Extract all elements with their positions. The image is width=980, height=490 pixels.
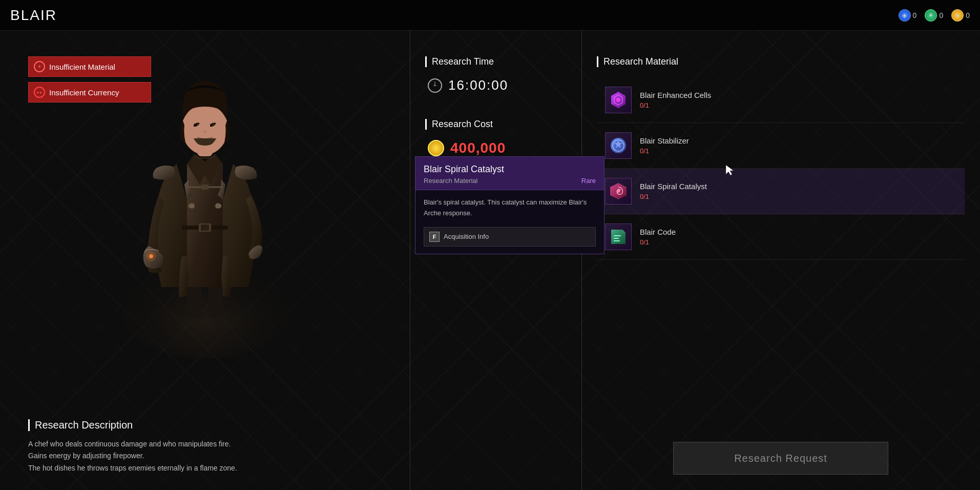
research-cost-label: Research Cost xyxy=(425,119,566,130)
research-cost-value: 400,000 xyxy=(450,140,506,156)
blue-crystal-currency: ◈ 0 xyxy=(899,9,917,22)
insufficient-currency-alert: ●● Insufficient Currency xyxy=(28,82,151,103)
enhanced-cells-icon xyxy=(609,91,628,109)
svg-point-5 xyxy=(150,255,153,258)
research-button-container: Research Request xyxy=(581,442,980,475)
research-description-title: Research Description xyxy=(28,419,394,431)
blue-crystal-icon: ◈ xyxy=(899,9,911,22)
material-list: Blair Enhanced Cells 0/1 xyxy=(597,77,965,260)
currency-display: ◈ 0 ✦ 0 ● 0 xyxy=(899,9,970,22)
research-material-title: Research Material xyxy=(597,56,965,67)
material-item-stabilizer[interactable]: Blair Stabilizer 0/1 xyxy=(597,123,965,169)
middle-panel: Research Time 16:00:00 Research Cost 400… xyxy=(410,31,581,490)
code-count: 0/1 xyxy=(640,238,956,246)
enhanced-cells-icon-box xyxy=(605,87,632,113)
code-name: Blair Code xyxy=(640,228,956,236)
svg-rect-10 xyxy=(201,185,208,190)
material-item-spiral-catalyst[interactable]: Blair Spiral Catalyst 0/1 xyxy=(597,169,965,214)
tooltip-item-type: Research Material xyxy=(424,177,478,185)
spiral-catalyst-count: 0/1 xyxy=(640,193,956,200)
research-description-text: A chef who deals continuous damage and w… xyxy=(28,438,394,475)
tooltip-body: Blair's spiral catalyst. This catalyst c… xyxy=(415,190,604,254)
material-item-code[interactable]: Blair Code 0/1 xyxy=(597,214,965,260)
green-token-value: 0 xyxy=(939,11,943,19)
svg-rect-3 xyxy=(201,224,209,231)
research-desc-line1: A chef who deals continuous damage and w… xyxy=(28,438,394,451)
svg-rect-23 xyxy=(614,238,619,239)
svg-rect-11 xyxy=(187,287,201,318)
research-button-label: Research Request xyxy=(734,453,827,464)
stabilizer-info: Blair Stabilizer 0/1 xyxy=(640,136,956,155)
gold-coin-large-icon xyxy=(428,140,444,156)
research-time-value: 16:00:00 xyxy=(448,77,508,93)
research-desc-line3: The hot dishes he throws traps enemies e… xyxy=(28,462,394,475)
insufficient-material-alert: + Insufficient Material xyxy=(28,56,151,77)
enhanced-cells-name: Blair Enhanced Cells xyxy=(640,91,956,99)
alert-material-text: Insufficient Material xyxy=(49,63,115,71)
research-request-button[interactable]: Research Request xyxy=(673,442,888,475)
tooltip-header: Blair Spiral Catalyst Research Material … xyxy=(415,157,604,190)
tooltip-item-name: Blair Spiral Catalyst xyxy=(424,164,596,175)
green-token-icon: ✦ xyxy=(925,9,937,22)
page-title: Blair xyxy=(10,7,57,24)
svg-rect-22 xyxy=(614,235,621,236)
research-time-label: Research Time xyxy=(425,56,566,67)
code-info: Blair Code 0/1 xyxy=(640,228,956,246)
research-description-section: Research Description A chef who deals co… xyxy=(28,419,394,475)
left-panel: + Insufficient Material ●● Insufficient … xyxy=(0,31,410,490)
tooltip-description: Blair's spiral catalyst. This catalyst c… xyxy=(424,197,596,219)
clock-icon xyxy=(428,78,442,93)
code-icon-box xyxy=(605,223,632,250)
tooltip-type-row: Research Material Rare xyxy=(424,177,596,185)
enhanced-cells-info: Blair Enhanced Cells 0/1 xyxy=(640,91,956,109)
research-desc-line2: Gains energy by adjusting firepower. xyxy=(28,450,394,462)
alert-currency-text: Insufficient Currency xyxy=(49,88,119,97)
blue-crystal-value: 0 xyxy=(913,11,917,19)
spiral-catalyst-info: Blair Spiral Catalyst 0/1 xyxy=(640,182,956,200)
svg-point-8 xyxy=(197,124,199,126)
acquisition-info-button[interactable]: F Acquisition Info xyxy=(424,227,596,247)
research-cost-display: 400,000 xyxy=(425,140,566,156)
acquisition-label: Acquisition Info xyxy=(444,233,489,240)
top-bar: Blair ◈ 0 ✦ 0 ● 0 xyxy=(0,0,980,31)
stabilizer-icon-box xyxy=(605,132,632,159)
right-panel: Research Material xyxy=(581,31,980,490)
alerts-container: + Insufficient Material ●● Insufficient … xyxy=(28,56,151,103)
research-time-display: 16:00:00 xyxy=(425,77,566,93)
svg-point-21 xyxy=(617,190,620,193)
gold-coin-currency: ● 0 xyxy=(951,9,970,22)
material-item-enhanced-cells[interactable]: Blair Enhanced Cells 0/1 xyxy=(597,77,965,123)
enhanced-cells-count: 0/1 xyxy=(640,101,956,109)
code-icon xyxy=(609,228,628,246)
cursor-arrow xyxy=(725,164,735,176)
tooltip-rarity: Rare xyxy=(581,177,596,185)
svg-point-16 xyxy=(616,98,620,102)
svg-rect-24 xyxy=(614,240,620,241)
item-tooltip: Blair Spiral Catalyst Research Material … xyxy=(415,156,604,254)
gold-coin-icon: ● xyxy=(951,9,964,22)
stabilizer-count: 0/1 xyxy=(640,147,956,155)
gold-coin-value: 0 xyxy=(966,11,970,19)
spiral-catalyst-name: Blair Spiral Catalyst xyxy=(640,182,956,191)
spiral-catalyst-icon-box xyxy=(605,178,632,205)
green-token-currency: ✦ 0 xyxy=(925,9,943,22)
alert-material-icon: + xyxy=(34,61,45,72)
stabilizer-icon xyxy=(609,136,628,155)
svg-rect-12 xyxy=(208,287,223,318)
spiral-catalyst-icon xyxy=(609,182,628,200)
acquisition-key: F xyxy=(429,232,440,242)
stabilizer-name: Blair Stabilizer xyxy=(640,136,956,145)
svg-point-9 xyxy=(213,124,214,126)
alert-currency-icon: ●● xyxy=(34,87,45,98)
